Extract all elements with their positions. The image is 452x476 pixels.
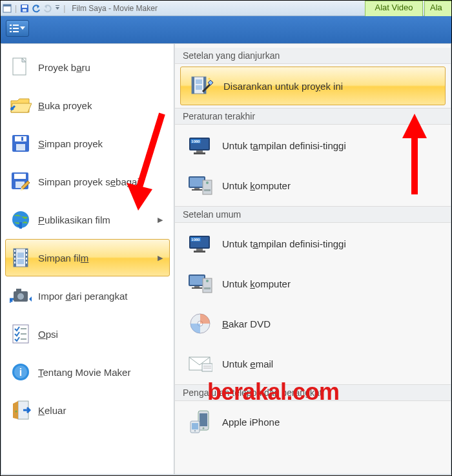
menu-item-label: Proyek baru xyxy=(38,62,90,73)
svg-rect-59 xyxy=(194,152,205,154)
submenu-item-label: Untuk tampilan definisi-tinggi xyxy=(222,238,346,249)
file-menu-panel: Proyek baruBuka proyekSimpan proyekSimpa… xyxy=(1,43,451,475)
svg-rect-11 xyxy=(13,31,19,32)
svg-rect-25 xyxy=(14,254,15,256)
door-exit-icon xyxy=(10,399,32,421)
svg-rect-61 xyxy=(190,178,204,187)
monitor-1080-icon: 1080 xyxy=(187,232,213,255)
annotation-arrow-up xyxy=(400,114,429,198)
svg-rect-6 xyxy=(10,25,12,26)
svg-rect-31 xyxy=(26,262,27,264)
submenu-arrow-icon: ▶ xyxy=(158,254,163,262)
svg-point-36 xyxy=(17,293,24,300)
film-icon xyxy=(10,247,32,269)
undo-icon[interactable] xyxy=(31,3,41,14)
svg-line-92 xyxy=(138,114,162,191)
section-header: Setelan umum xyxy=(175,206,451,223)
submenu-item-monitor-1080[interactable]: 1080Untuk tampilan definisi-tinggi xyxy=(179,224,447,263)
svg-rect-87 xyxy=(200,413,207,426)
svg-rect-10 xyxy=(10,31,12,32)
svg-rect-30 xyxy=(26,258,27,260)
info-icon: i xyxy=(10,361,32,383)
svg-marker-37 xyxy=(29,296,32,302)
svg-point-46 xyxy=(15,411,17,413)
svg-rect-14 xyxy=(15,136,26,141)
svg-rect-72 xyxy=(194,251,205,253)
qat-dropdown-icon[interactable] xyxy=(54,3,61,14)
save-icon[interactable] xyxy=(19,3,30,14)
camera-import-icon xyxy=(10,285,32,307)
film-wand-icon xyxy=(189,74,214,98)
svg-rect-75 xyxy=(194,286,200,287)
svg-rect-28 xyxy=(26,250,27,252)
svg-point-91 xyxy=(194,430,196,431)
svg-rect-63 xyxy=(192,189,202,191)
submenu-item-film-wand[interactable]: Disarankan untuk proyek ini xyxy=(180,67,446,105)
window-title: Film Saya - Movie Maker xyxy=(72,4,158,13)
window-menu-icon[interactable] xyxy=(2,3,12,14)
svg-rect-74 xyxy=(190,276,204,285)
svg-rect-24 xyxy=(14,250,15,252)
file-menu-button[interactable] xyxy=(6,20,29,37)
submenu-item-dvd[interactable]: Bakar DVD xyxy=(179,304,447,343)
svg-rect-5 xyxy=(56,5,59,6)
submenu-item-label: Untuk komputer xyxy=(222,278,291,289)
svg-rect-48 xyxy=(192,77,194,94)
svg-rect-83 xyxy=(202,364,212,371)
menu-item-checklist[interactable]: Opsi xyxy=(5,315,170,353)
svg-rect-78 xyxy=(204,287,211,289)
submenu-item-label: Disarankan untuk proyek ini xyxy=(223,81,343,92)
svg-rect-32 xyxy=(17,253,24,258)
svg-marker-93 xyxy=(127,183,152,211)
svg-rect-29 xyxy=(26,254,27,256)
svg-rect-15 xyxy=(16,144,25,150)
section-header: Setelan yang dianjurkan xyxy=(175,48,451,64)
svg-rect-9 xyxy=(13,28,19,29)
redo-icon[interactable] xyxy=(43,3,53,14)
svg-rect-4 xyxy=(23,9,26,12)
svg-rect-50 xyxy=(196,79,202,84)
svg-rect-51 xyxy=(196,85,202,90)
submenu-item-label: Apple iPhone xyxy=(222,417,280,428)
menu-item-label: Buka proyek xyxy=(38,100,92,111)
dvd-icon xyxy=(187,312,213,335)
ribbon-bar xyxy=(1,16,451,43)
annotation-arrow-down xyxy=(127,110,172,220)
menu-item-label: Simpan proyek sebagai xyxy=(38,176,139,187)
menu-item-doc-new[interactable]: Proyek baru xyxy=(5,48,170,86)
chevron-down-icon xyxy=(20,26,25,30)
menu-item-film[interactable]: Simpan film▶ xyxy=(5,239,170,276)
menu-item-camera-import[interactable]: Impor dari perangkat xyxy=(5,277,170,315)
submenu-item-monitor-pc[interactable]: Untuk komputer xyxy=(179,264,447,303)
file-menu-right-column: Setelan yang dianjurkanDisarankan untuk … xyxy=(174,44,451,474)
svg-rect-7 xyxy=(13,25,19,26)
menu-item-info[interactable]: iTentang Movie Maker xyxy=(5,353,170,391)
submenu-item-label: Untuk tampilan definisi-tinggi xyxy=(222,140,346,151)
file-menu-left-column: Proyek baruBuka proyekSimpan proyekSimpa… xyxy=(1,44,174,474)
svg-rect-33 xyxy=(17,259,24,264)
contextual-tab-video-tools[interactable]: Alat Video xyxy=(365,1,423,16)
menu-item-label: Simpan film xyxy=(38,253,88,264)
separator: | xyxy=(15,4,17,13)
watermark-text: berakal.com xyxy=(207,378,340,406)
svg-rect-26 xyxy=(14,258,15,260)
submenu-item-label: Bakar DVD xyxy=(222,318,271,329)
menu-item-label: Publikasikan film xyxy=(38,214,110,225)
contextual-tab-partial[interactable]: Ala xyxy=(424,1,451,16)
menu-item-label: Tentang Movie Maker xyxy=(38,367,130,378)
svg-point-66 xyxy=(206,181,209,184)
svg-point-52 xyxy=(209,78,211,80)
menu-item-door-exit[interactable]: Keluar xyxy=(5,391,170,429)
svg-rect-8 xyxy=(10,28,12,29)
submenu-item-iphone[interactable]: Apple iPhone xyxy=(179,402,447,441)
doc-new-icon xyxy=(10,56,32,78)
monitor-pc-icon xyxy=(187,272,213,295)
submenu-item-mail[interactable]: Untuk email xyxy=(179,344,447,383)
globe-icon xyxy=(10,209,32,231)
svg-text:1080: 1080 xyxy=(191,238,200,242)
menu-item-label: Keluar xyxy=(38,405,66,416)
svg-rect-27 xyxy=(14,262,15,264)
svg-rect-76 xyxy=(192,287,202,289)
svg-point-88 xyxy=(203,428,205,429)
checklist-icon xyxy=(10,323,32,345)
